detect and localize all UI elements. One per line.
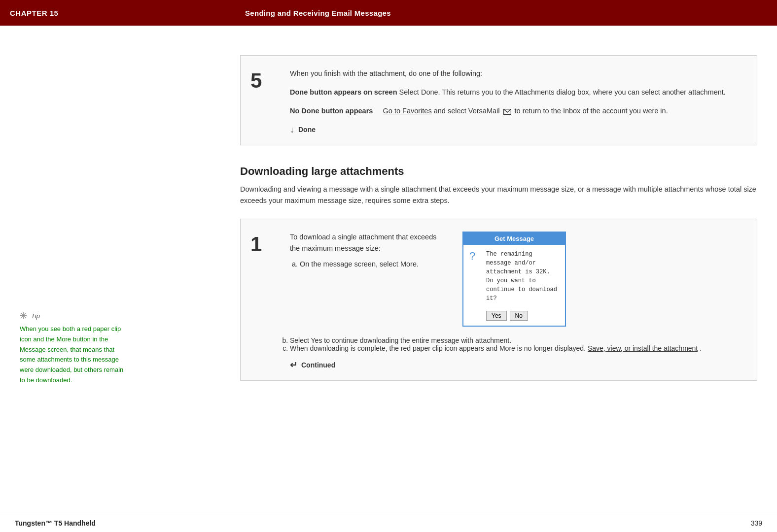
get-message-dialog: Get Message ? The remaining message and/… xyxy=(462,232,566,327)
versaMail-icon xyxy=(503,109,511,115)
done-button-label: Done button appears on screen xyxy=(290,88,397,96)
continued-label: Continued xyxy=(301,361,335,369)
step1-list-bc: Select Yes to continue downloading the e… xyxy=(290,336,742,352)
dialog-yes-button[interactable]: Yes xyxy=(486,311,507,321)
page-header: CHAPTER 15 Sending and Receiving Email M… xyxy=(0,0,777,26)
dialog-message: The remaining message and/or attachment … xyxy=(486,250,559,303)
done-label: Done xyxy=(298,126,316,133)
step5-number: 5 xyxy=(250,68,280,135)
dialog-title: Get Message xyxy=(463,233,565,245)
chapter-label: CHAPTER 15 xyxy=(10,9,245,17)
tip-label: Tip xyxy=(31,312,40,320)
no-done-label: No Done button appears xyxy=(290,107,373,115)
step1-top: To download a single attachment that exc… xyxy=(290,232,742,327)
step1-intro: To download a single attachment that exc… xyxy=(290,232,448,254)
dialog-no-button[interactable]: No xyxy=(510,311,528,321)
down-arrow-icon: ↓ xyxy=(290,125,294,135)
no-done-text2: and select VersaMail xyxy=(434,107,500,115)
tip-text: When you see both a red paper clip icon … xyxy=(20,324,128,386)
step1-number: 1 xyxy=(250,232,280,370)
step1-dialog-area: Get Message ? The remaining message and/… xyxy=(462,232,581,327)
main-content: ✳ Tip When you see both a red paper clip… xyxy=(0,26,777,400)
chapter-title: Sending and Receiving Email Messages xyxy=(245,9,391,17)
done-line: ↓ Done xyxy=(290,125,742,135)
brand-name: Tungsten™ T5 xyxy=(15,519,62,527)
step1-c-after: . xyxy=(700,344,702,352)
continued-arrow-icon: ↵ xyxy=(290,360,297,370)
step1-item-c: When downloading is complete, the red pa… xyxy=(290,344,742,352)
continued-line: ↵ Continued xyxy=(290,360,742,370)
tip-section: ✳ Tip When you see both a red paper clip… xyxy=(15,311,128,386)
step5-done-button-text: Done button appears on screen Select Don… xyxy=(290,87,742,98)
step1-item-a: On the message screen, select More. xyxy=(300,258,448,270)
no-done-text3: to return to the Inbox of the account yo… xyxy=(515,107,668,115)
dialog-question-icon: ? xyxy=(469,250,481,263)
footer-page-number: 339 xyxy=(751,519,762,527)
save-view-install-link[interactable]: Save, view, or install the attachment xyxy=(588,344,698,352)
step5-content: When you finish with the attachment, do … xyxy=(290,68,742,135)
step1-content: To download a single attachment that exc… xyxy=(290,232,742,370)
footer-brand: Tungsten™ T5 Handheld xyxy=(15,519,96,527)
done-button-detail: Select Done. This returns you to the Att… xyxy=(399,88,726,96)
dialog-body: ? The remaining message and/or attachmen… xyxy=(463,245,565,308)
tip-header: ✳ Tip xyxy=(20,311,128,320)
step1-c-text: When downloading is complete, the red pa… xyxy=(290,344,586,352)
section-intro: Downloading and viewing a message with a… xyxy=(240,184,757,206)
page-footer: Tungsten™ T5 Handheld 339 xyxy=(0,514,777,532)
brand-suffix: Handheld xyxy=(64,519,96,527)
step5-box: 5 When you finish with the attachment, d… xyxy=(240,55,757,145)
step5-intro: When you finish with the attachment, do … xyxy=(290,68,742,79)
section-heading: Downloading large attachments xyxy=(240,165,757,178)
go-to-favorites-link[interactable]: Go to Favorites xyxy=(383,107,432,115)
step5-no-done-text: No Done button appears Go to Favorites a… xyxy=(290,105,742,117)
step1-item-b: Select Yes to continue downloading the e… xyxy=(290,336,742,344)
step1-left: To download a single attachment that exc… xyxy=(290,232,448,327)
step1-bottom: Select Yes to continue downloading the e… xyxy=(290,336,742,370)
right-content: 5 When you finish with the attachment, d… xyxy=(235,26,777,400)
step1-box: 1 To download a single attachment that e… xyxy=(240,219,757,381)
step1-list: On the message screen, select More. xyxy=(300,258,448,270)
sidebar: ✳ Tip When you see both a red paper clip… xyxy=(0,26,235,400)
tip-asterisk-icon: ✳ xyxy=(20,311,27,320)
dialog-buttons: Yes No xyxy=(463,308,565,326)
